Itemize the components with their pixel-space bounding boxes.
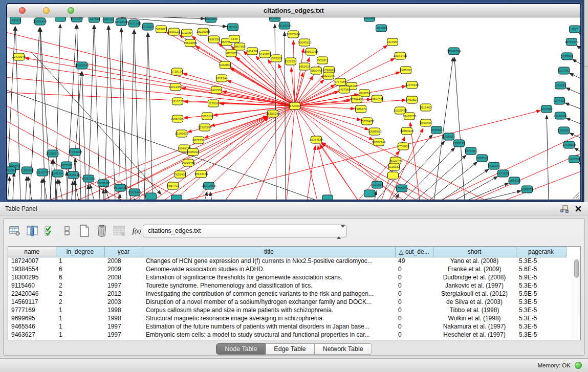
network-node[interactable]: 8186328	[208, 36, 220, 43]
network-edge[interactable]	[579, 33, 580, 41]
network-node[interactable]: 15720407	[360, 118, 374, 125]
network-node[interactable]: 9115152	[388, 163, 401, 170]
network-node[interactable]: 9975887	[60, 162, 73, 169]
table-row[interactable]: 911546021997Tourette syndrome. Phenomeno…	[8, 281, 566, 290]
network-node[interactable]: 22420046	[12, 53, 26, 60]
network-edge[interactable]	[210, 192, 212, 200]
network-edge[interactable]	[577, 46, 580, 54]
network-node[interactable]: 18807249	[372, 139, 386, 146]
network-node[interactable]: 7986372	[355, 105, 367, 113]
network-edge[interactable]	[287, 106, 295, 200]
column-visibility-button[interactable]	[25, 224, 39, 238]
network-node[interactable]: 8912954	[181, 29, 193, 36]
network-edge[interactable]	[295, 106, 358, 200]
network-edge[interactable]	[7, 90, 317, 200]
network-node[interactable]: 9890448	[310, 67, 322, 74]
network-node[interactable]: 8454749	[246, 48, 258, 55]
network-node[interactable]: 2987652	[363, 17, 376, 21]
network-edge[interactable]	[13, 172, 14, 200]
close-panel-icon[interactable]	[575, 205, 582, 212]
network-edge[interactable]	[8, 177, 10, 200]
network-node[interactable]: 16961758	[304, 48, 318, 55]
network-node[interactable]: 2867608	[233, 43, 246, 50]
network-node[interactable]: 9146821	[259, 51, 271, 58]
network-node[interactable]: 1117	[570, 26, 580, 33]
column-header-year[interactable]: year	[104, 247, 143, 257]
network-edge[interactable]	[565, 103, 580, 112]
network-node[interactable]: 20206576	[46, 150, 60, 157]
import-table-button[interactable]	[112, 224, 126, 238]
network-edge[interactable]	[90, 185, 94, 200]
network-node[interactable]: 1862615	[298, 63, 311, 70]
table-row[interactable]: 946362711997Embryonic stem cells: a mode…	[8, 331, 566, 339]
network-node[interactable]: 18226058	[197, 28, 210, 35]
network-edge[interactable]	[105, 26, 108, 200]
network-node[interactable]: 12142757	[36, 169, 50, 176]
network-node[interactable]: 8215958	[540, 105, 553, 113]
network-node[interactable]: 12505135	[67, 171, 80, 179]
network-edge[interactable]	[547, 115, 549, 200]
network-node[interactable]: 8427552	[210, 86, 223, 94]
network-edge[interactable]	[429, 162, 477, 200]
network-node[interactable]: 117006	[208, 100, 219, 107]
network-node[interactable]: 14671388	[127, 20, 141, 27]
network-node[interactable]: 16648784	[447, 48, 461, 55]
network-node[interactable]: 2718176	[171, 68, 183, 75]
network-edge[interactable]	[120, 194, 120, 200]
network-node[interactable]: 19654923	[400, 127, 414, 135]
network-node[interactable]: 19218506	[278, 22, 292, 29]
network-node[interactable]: 15751074	[565, 38, 579, 46]
network-node[interactable]	[322, 195, 333, 200]
network-node[interactable]: 9474444	[465, 147, 477, 155]
network-node[interactable]: 1599297	[558, 127, 570, 134]
network-node[interactable]: 2935114	[476, 155, 489, 162]
tab-network-table[interactable]: Network Table	[315, 343, 372, 355]
network-edge[interactable]	[570, 73, 580, 82]
network-node[interactable]: 12923448	[128, 189, 142, 196]
network-node[interactable]: 1413614	[371, 181, 383, 188]
network-node[interactable]: 16210643	[554, 112, 568, 119]
network-node[interactable]: 20053346	[75, 62, 89, 69]
network-edge[interactable]	[572, 59, 580, 68]
network-edge[interactable]	[49, 116, 267, 200]
network-node[interactable]: 7625402	[174, 171, 186, 178]
network-node[interactable]: 9638923	[443, 133, 455, 140]
network-edge[interactable]	[130, 30, 134, 200]
network-node[interactable]: 6497568	[338, 86, 351, 93]
network-edge[interactable]	[43, 179, 47, 200]
network-node[interactable]: 11156869	[20, 167, 34, 174]
network-node[interactable]: 8813054	[269, 17, 281, 21]
network-edge[interactable]	[26, 177, 27, 200]
network-node[interactable]: 1527602	[88, 17, 100, 23]
network-node[interactable]: 16099489	[182, 159, 195, 166]
network-edge[interactable]	[467, 183, 509, 200]
network-node[interactable]: 9115460	[420, 104, 432, 111]
network-node[interactable]: 9329966	[561, 53, 573, 60]
network-edge[interactable]	[148, 33, 153, 200]
network-node[interactable]: 9857791	[167, 182, 179, 189]
network-node[interactable]: 8220357	[285, 58, 297, 65]
network-node[interactable]: 1588520	[270, 55, 282, 62]
network-node[interactable]: 16640910	[298, 39, 312, 46]
network-node[interactable]: 7955812	[316, 57, 329, 64]
network-node[interactable]: 2803144	[215, 75, 228, 82]
network-node[interactable]: 12975115	[405, 81, 419, 89]
network-node[interactable]: 1733426	[396, 185, 408, 192]
table-row[interactable]: 977716911998Corpus callosum shape and si…	[8, 306, 566, 314]
network-node[interactable]: 19384554	[310, 136, 323, 143]
select-all-columns-button[interactable]	[42, 224, 57, 238]
column-header-title[interactable]: title	[143, 247, 395, 257]
network-node[interactable]: 10688609	[368, 128, 382, 135]
network-edge[interactable]	[205, 192, 207, 200]
table-row[interactable]: 2242004622012Investigating the contribut…	[8, 290, 566, 298]
network-edge[interactable]	[403, 148, 455, 200]
scrollbar-thumb[interactable]	[574, 259, 579, 278]
function-builder-button[interactable]: f(x)	[129, 224, 144, 238]
tab-node-table[interactable]: Node Table	[216, 343, 266, 355]
network-node[interactable]: 1810755	[171, 98, 184, 105]
network-edge[interactable]	[72, 72, 81, 200]
network-node[interactable]: 1145194	[52, 170, 64, 177]
network-node[interactable]: 16543862	[184, 39, 198, 47]
column-header-name[interactable]: name	[8, 247, 56, 257]
network-edge[interactable]	[121, 28, 127, 200]
